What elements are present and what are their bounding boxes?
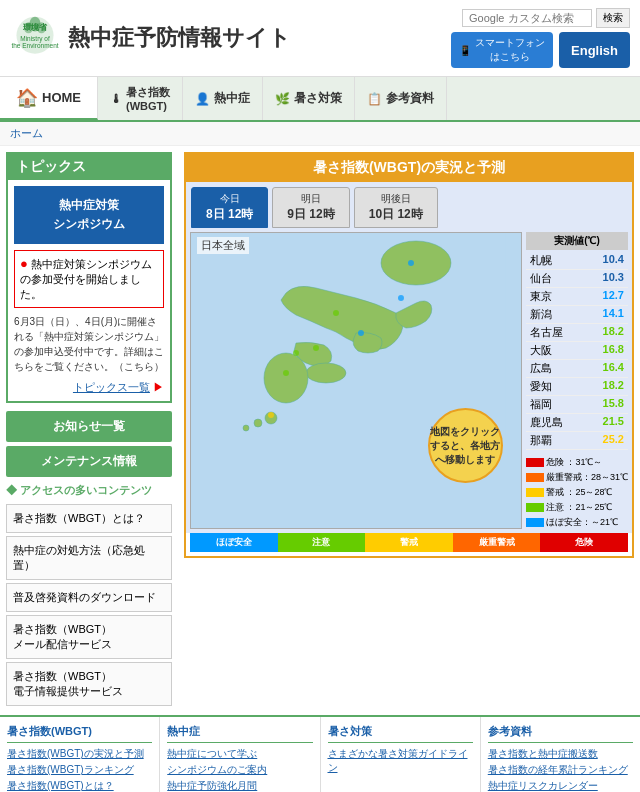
header-right: 検索 📱 スマートフォンはこちら English [451,8,630,68]
legend-strict-caution: 厳重警戒：28～31℃ [526,471,628,484]
color-scale-bar: ほぼ安全 注意 警戒 厳重警戒 危険 [190,533,628,552]
topics-highlight: ● 熱中症対策シンポジウムの参加受付を開始しました。 [14,250,164,308]
legend-safe-label: ほぼ安全：～21℃ [546,516,618,529]
legend-strict-label: 厳重警戒：28～31℃ [546,471,628,484]
svg-point-17 [333,310,339,316]
google-search-button[interactable]: 検索 [596,8,630,28]
topics-body: 6月3日（日）、4日(月)に開催される「熱中症対策シンポジウム」の参加申込受付中… [14,312,164,376]
tab-today-top: 今日 [206,192,253,206]
nav-heat-measures[interactable]: 🌿 暑さ対策 [263,77,355,120]
city-aichi: 愛知 [530,379,552,394]
footer-link-hs-1[interactable]: 熱中症について学ぶ [167,747,312,761]
legend-note-color [526,503,544,512]
val-sendai: 10.3 [603,271,624,286]
maintenance-button[interactable]: メンテナンス情報 [6,446,172,477]
city-hiroshima: 広島 [530,361,552,376]
footer-col-references: 参考資料 暑さ指数と熱中症搬送数 暑さ指数の経年累計ランキング 熱中症リスクカレ… [481,717,640,792]
heatstroke-nav-icon: 👤 [195,92,210,106]
footer-link-m-1[interactable]: さまざかな暑さ対策ガイドライン [328,747,473,775]
smartphone-icon: 📱 [459,45,471,56]
val-hiroshima: 16.4 [603,361,624,376]
nav-references[interactable]: 📋 参考資料 [355,77,447,120]
legend-note-label: 注意 ：21～25℃ [546,501,613,514]
svg-point-16 [358,330,364,336]
sidebar-link-electronic-service[interactable]: 暑さ指数（WBGT）電子情報提供サービス [6,662,172,706]
main-content: トピックス 熱中症対策シンポジウム ● 熱中症対策シンポジウムの参加受付を開始し… [0,146,640,715]
map-container[interactable]: 日本全域 [190,232,522,529]
footer-nav: 暑さ指数(WBGT) 暑さ指数(WBGT)の実況と予測 暑さ指数(WBGT)ラン… [0,715,640,792]
svg-point-14 [408,260,414,266]
val-naha: 25.2 [603,433,624,448]
map-area-label: 日本全域 [197,237,249,254]
arrow-icon: ▶ [153,381,164,393]
footer-col-heatstroke-title: 熱中症 [167,724,312,743]
val-fukuoka: 15.8 [603,397,624,412]
wbgt-tab-today[interactable]: 今日 8日 12時 [191,187,268,228]
legend-caution-label: 警戒 ：25～28℃ [546,486,613,499]
sidebar-link-wbgt-about[interactable]: 暑さ指数（WBGT）とは？ [6,504,172,533]
topics-more-area: トピックス一覧 ▶ [14,380,164,395]
wbgt-tab-tomorrow[interactable]: 明日 9日 12時 [272,187,349,228]
english-button[interactable]: English [559,32,630,68]
tab-day-after-top: 明後日 [369,192,423,206]
footer-link-hs-2[interactable]: シンポジウムのご案内 [167,763,312,777]
city-row-hiroshima: 広島 16.4 [526,360,628,378]
tab-today-main: 8日 12時 [206,206,253,223]
smartphone-button[interactable]: 📱 スマートフォンはこちら [451,32,553,68]
notice-list-button[interactable]: お知らせ一覧 [6,411,172,442]
footer-link-r-3[interactable]: 熱中症リスクカレンダー [488,779,633,792]
footer-link-wbgt-2[interactable]: 暑さ指数(WBGT)ランキング [7,763,152,777]
footer-col-references-title: 参考資料 [488,724,633,743]
svg-point-5 [24,22,33,33]
city-fukuoka: 福岡 [530,397,552,412]
city-tokyo: 東京 [530,289,552,304]
city-kagoshima: 鹿児島 [530,415,563,430]
footer-link-hs-3[interactable]: 熱中症予防強化月間 [167,779,312,792]
nav-heatstroke[interactable]: 👤 熱中症 [183,77,263,120]
city-row-kagoshima: 鹿児島 21.5 [526,414,628,432]
footer-link-wbgt-1[interactable]: 暑さ指数(WBGT)の実況と予測 [7,747,152,761]
wbgt-tab-day-after[interactable]: 明後日 10日 12時 [354,187,438,228]
logo-area: 環境省 Ministry of the Environment [10,13,60,63]
topics-dot: ● [20,256,28,271]
val-kagoshima: 21.5 [603,415,624,430]
svg-point-9 [306,363,346,383]
cs-caution: 警戒 [365,533,453,552]
topics-more-link[interactable]: トピックス一覧 [73,381,150,393]
cs-safe: ほぼ安全 [190,533,278,552]
legend-note: 注意 ：21～25℃ [526,501,628,514]
wbgt-header: 暑さ指数(WBGT)の実況と予測 [186,154,632,182]
nav-wbgt[interactable]: 🌡 暑さ指数(WBGT) [98,77,183,120]
svg-point-10 [264,353,308,403]
popular-section-title: ◆ アクセスの多いコンテンツ [6,483,172,498]
legend-danger: 危険 ：31℃～ [526,456,628,469]
footer-link-r-1[interactable]: 暑さ指数と熱中症搬送数 [488,747,633,761]
symposium-box: 熱中症対策シンポジウム [14,186,164,244]
nav-wbgt-label: 暑さ指数(WBGT) [126,85,170,112]
sidebar-link-mail-service[interactable]: 暑さ指数（WBGT）メール配信サービス [6,615,172,659]
footer-col-wbgt: 暑さ指数(WBGT) 暑さ指数(WBGT)の実況と予測 暑さ指数(WBGT)ラン… [0,717,160,792]
legend-caution-color [526,488,544,497]
nav-home[interactable]: 🏠 HOME [0,77,98,120]
google-search-area: 検索 [462,8,630,28]
cs-strict: 厳重警戒 [453,533,541,552]
breadcrumb-home-link[interactable]: ホーム [10,127,43,139]
legend-safe-color [526,518,544,527]
map-click-hint[interactable]: 地図をクリックすると、各地方へ移動します [428,408,503,483]
val-sapporo: 10.4 [603,253,624,268]
topics-content: 熱中症対策シンポジウム ● 熱中症対策シンポジウムの参加受付を開始しました。 6… [8,180,170,401]
tab-tomorrow-top: 明日 [287,192,334,206]
header: 環境省 Ministry of the Environment 熱中症予防情報サ… [0,0,640,77]
svg-point-20 [283,370,289,376]
city-row-niigata: 新潟 14.1 [526,306,628,324]
breadcrumb: ホーム [0,122,640,146]
footer-link-r-2[interactable]: 暑さ指数の経年累計ランキング [488,763,633,777]
footer-link-wbgt-3[interactable]: 暑さ指数(WBGT)とは？ [7,779,152,792]
sidebar-link-heatstroke-treatment[interactable]: 熱中症の対処方法（応急処置） [6,536,172,580]
google-search-input[interactable] [462,9,592,27]
main-nav: 🏠 HOME 🌡 暑さ指数(WBGT) 👤 熱中症 🌿 暑さ対策 📋 参考資料 [0,77,640,122]
footer-col-measures: 暑さ対策 さまざかな暑さ対策ガイドライン [321,717,481,792]
svg-point-18 [313,345,319,351]
val-osaka: 16.8 [603,343,624,358]
sidebar-link-download[interactable]: 普及啓発資料のダウンロード [6,583,172,612]
